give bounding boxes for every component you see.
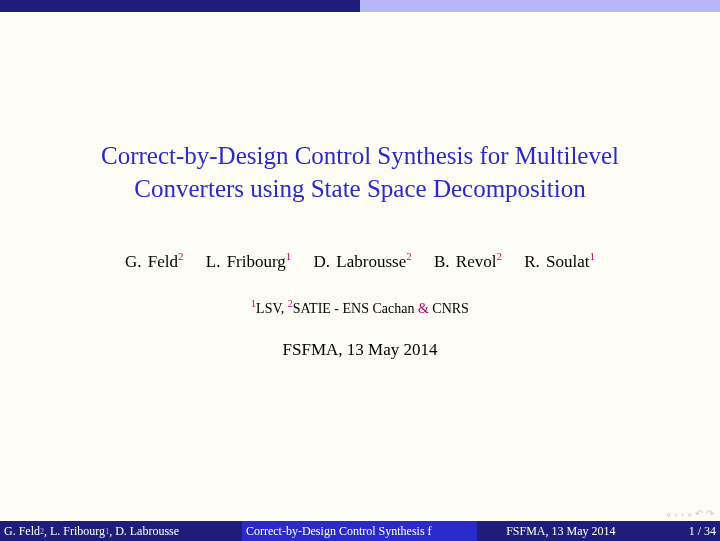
footer-author: , L. Fribourg: [44, 524, 105, 539]
author-name: B. Revol: [434, 252, 496, 271]
ampersand: &: [418, 300, 429, 315]
footer-authors: G. Feld2, L. Fribourg1, D. Labrousse: [0, 521, 242, 541]
author: L. Fribourg1: [206, 252, 292, 271]
author-affil-sup: 1: [286, 250, 292, 262]
progress-remaining: [360, 0, 720, 12]
footer-bar: G. Feld2, L. Fribourg1, D. Labrousse Cor…: [0, 521, 720, 541]
headline-progress-bar: [0, 0, 720, 12]
affiliations: 1LSV, 2SATIE - ENS Cachan & CNRS: [0, 298, 720, 317]
author-affil-sup: 1: [589, 250, 595, 262]
footer-author: G. Feld: [4, 524, 40, 539]
title-line-2: Converters using State Space Decompositi…: [30, 173, 690, 206]
talk-title: Correct-by-Design Control Synthesis for …: [0, 140, 720, 205]
author-affil-sup: 2: [496, 250, 502, 262]
author: G. Feld2: [125, 252, 184, 271]
footer-author: , D. Labrousse: [109, 524, 179, 539]
talk-date: FSFMA, 13 May 2014: [0, 340, 720, 360]
author-list: G. Feld2 L. Fribourg1 D. Labrousse2 B. R…: [0, 250, 720, 272]
title-line-1: Correct-by-Design Control Synthesis for …: [30, 140, 690, 173]
progress-done: [0, 0, 360, 12]
footer-page: 1 / 34: [645, 521, 720, 541]
affil-text: LSV,: [256, 300, 288, 315]
nav-first-icon[interactable]: «: [666, 508, 671, 519]
affil-text: CNRS: [429, 300, 469, 315]
nav-back-icon[interactable]: ↶: [695, 508, 703, 519]
nav-icon-row: « ‹ › » ↶ ↷: [666, 508, 714, 519]
affil-text: SATIE - ENS Cachan: [293, 300, 418, 315]
slide: Correct-by-Design Control Synthesis for …: [0, 0, 720, 541]
author-name: L. Fribourg: [206, 252, 286, 271]
nav-next-icon[interactable]: ›: [681, 508, 684, 519]
author-name: R. Soulat: [524, 252, 589, 271]
author-name: G. Feld: [125, 252, 178, 271]
author-affil-sup: 2: [178, 250, 184, 262]
author: B. Revol2: [434, 252, 502, 271]
nav-forward-icon[interactable]: ↷: [706, 508, 714, 519]
author-affil-sup: 2: [406, 250, 412, 262]
footer-title: Correct-by-Design Control Synthesis f: [242, 521, 477, 541]
nav-last-icon[interactable]: »: [687, 508, 692, 519]
author: R. Soulat1: [524, 252, 595, 271]
footer-date: FSFMA, 13 May 2014: [477, 521, 645, 541]
nav-prev-icon[interactable]: ‹: [674, 508, 677, 519]
author: D. Labrousse2: [314, 252, 412, 271]
author-name: D. Labrousse: [314, 252, 407, 271]
